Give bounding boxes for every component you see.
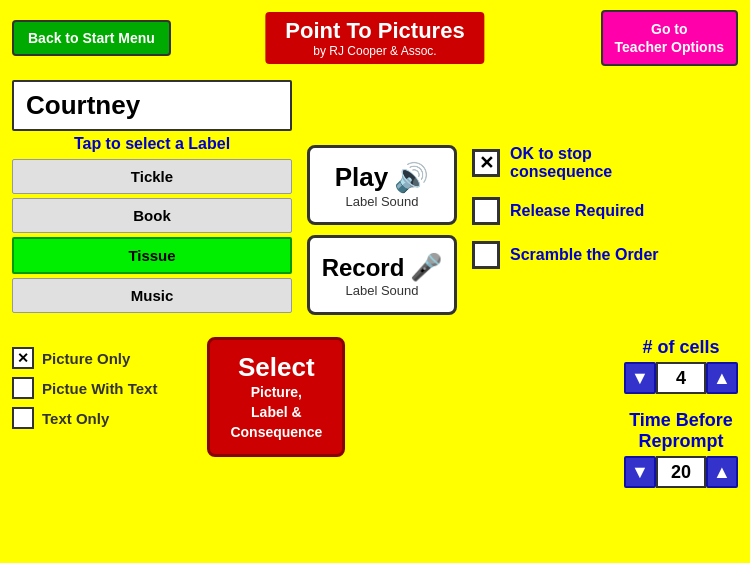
reprompt-decrement-button[interactable]: ▼ xyxy=(624,456,656,488)
reprompt-title: Time Before Reprompt xyxy=(629,410,733,452)
student-name: Courtney xyxy=(12,80,292,131)
picture-with-text-checkbox[interactable] xyxy=(12,377,34,399)
play-label: Play xyxy=(335,162,389,193)
microphone-icon: 🎤 xyxy=(410,252,442,283)
app-title-box: Point To Pictures by RJ Cooper & Assoc. xyxy=(265,12,484,64)
picture-with-text-row[interactable]: Pictue With Text xyxy=(12,377,157,399)
ok-to-stop-row: ✕ OK to stop consequence xyxy=(472,145,738,181)
right-panel: ✕ OK to stop consequence Release Require… xyxy=(472,145,738,317)
tap-label-instruction: Tap to select a Label xyxy=(12,135,292,153)
release-required-label: Release Required xyxy=(510,202,644,220)
app-title: Point To Pictures xyxy=(285,18,464,44)
back-to-start-button[interactable]: Back to Start Menu xyxy=(12,20,171,56)
picture-only-checkbox[interactable]: ✕ xyxy=(12,347,34,369)
picture-only-label: Picture Only xyxy=(42,350,130,367)
display-mode-group: ✕ Picture Only Pictue With Text Text Onl… xyxy=(12,347,157,429)
release-required-row: Release Required xyxy=(472,197,738,225)
header: Back to Start Menu Point To Pictures by … xyxy=(0,0,750,76)
release-required-checkbox[interactable] xyxy=(472,197,500,225)
label-item-tissue[interactable]: Tissue xyxy=(12,237,292,274)
ok-to-stop-checkbox[interactable]: ✕ xyxy=(472,149,500,177)
cells-decrement-button[interactable]: ▼ xyxy=(624,362,656,394)
cells-increment-button[interactable]: ▲ xyxy=(706,362,738,394)
record-sublabel: Label Sound xyxy=(345,283,418,298)
record-label: Record xyxy=(322,254,405,282)
play-button[interactable]: Play 🔊 Label Sound xyxy=(307,145,457,225)
teacher-options-button[interactable]: Go to Teacher Options xyxy=(601,10,738,66)
ok-to-stop-label: OK to stop consequence xyxy=(510,145,612,181)
picture-only-row[interactable]: ✕ Picture Only xyxy=(12,347,157,369)
label-item-book[interactable]: Book xyxy=(12,198,292,233)
text-only-row[interactable]: Text Only xyxy=(12,407,157,429)
label-item-music[interactable]: Music xyxy=(12,278,292,313)
cells-title: # of cells xyxy=(642,337,719,358)
text-only-checkbox[interactable] xyxy=(12,407,34,429)
record-button[interactable]: Record 🎤 Label Sound xyxy=(307,235,457,315)
bottom-section: ✕ Picture Only Pictue With Text Text Onl… xyxy=(0,317,750,488)
left-panel: Tap to select a Label Tickle Book Tissue… xyxy=(12,135,292,317)
select-main-label: Select xyxy=(230,352,322,383)
reprompt-value: 20 xyxy=(656,456,706,488)
reprompt-stepper: ▼ 20 ▲ xyxy=(624,456,738,488)
reprompt-control: Time Before Reprompt ▼ 20 ▲ xyxy=(624,410,738,488)
cells-stepper: ▼ 4 ▲ xyxy=(624,362,738,394)
main-content: Tap to select a Label Tickle Book Tissue… xyxy=(0,135,750,317)
scramble-order-label: Scramble the Order xyxy=(510,246,659,264)
scramble-order-row: Scramble the Order xyxy=(472,241,738,269)
select-sub-label: Picture, Label & Consequence xyxy=(230,383,322,442)
text-only-label: Text Only xyxy=(42,410,109,427)
reprompt-increment-button[interactable]: ▲ xyxy=(706,456,738,488)
numeric-controls: # of cells ▼ 4 ▲ Time Before Reprompt ▼ … xyxy=(624,337,738,488)
play-sublabel: Label Sound xyxy=(345,194,418,209)
cells-value: 4 xyxy=(656,362,706,394)
center-panel: Play 🔊 Label Sound Record 🎤 Label Sound xyxy=(302,145,462,317)
select-button[interactable]: Select Picture, Label & Consequence xyxy=(207,337,345,457)
scramble-order-checkbox[interactable] xyxy=(472,241,500,269)
app-subtitle: by RJ Cooper & Assoc. xyxy=(285,44,464,58)
cells-control: # of cells ▼ 4 ▲ xyxy=(624,337,738,394)
label-item-tickle[interactable]: Tickle xyxy=(12,159,292,194)
picture-with-text-label: Pictue With Text xyxy=(42,380,157,397)
speaker-icon: 🔊 xyxy=(394,161,429,194)
